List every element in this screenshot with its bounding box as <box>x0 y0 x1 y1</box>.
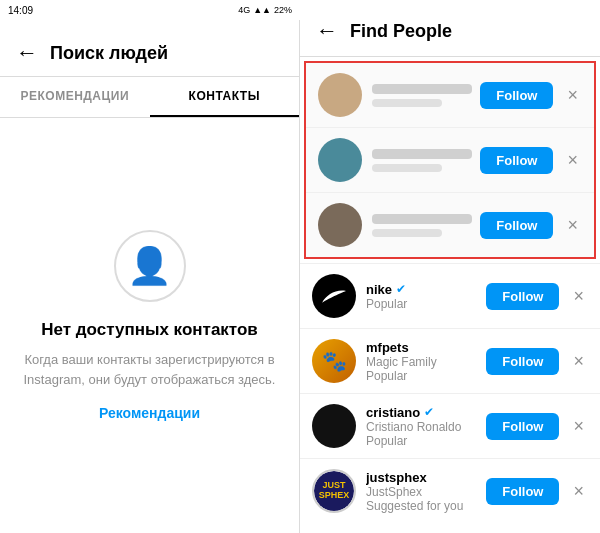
avatar <box>312 274 356 318</box>
user-name: justsphex <box>366 470 427 485</box>
list-item: Follow × <box>306 63 594 127</box>
back-button[interactable]: ← <box>16 40 38 66</box>
list-item: Follow × <box>306 127 594 192</box>
verified-icon: ✔ <box>396 282 406 296</box>
avatar <box>318 73 362 117</box>
close-button[interactable]: × <box>563 215 582 236</box>
list-item: 🐾 mfpets Magic Family Popular Follow × <box>300 328 600 393</box>
user-info <box>372 149 470 172</box>
blurred-name <box>372 84 472 94</box>
status-time: 14:09 <box>8 5 33 16</box>
right-panel: ← Find People Follow × <box>300 0 600 533</box>
follow-button[interactable]: Follow <box>480 82 553 109</box>
list-item: cristiano ✔ Cristiano Ronaldo Popular Fo… <box>300 393 600 458</box>
user-sub-1: Cristiano Ronaldo <box>366 420 476 434</box>
close-button[interactable]: × <box>569 416 588 437</box>
highlighted-section: Follow × Follow × Follow <box>304 61 596 259</box>
tab-contacts[interactable]: КОНТАКТЫ <box>150 77 300 117</box>
list-item: JUSTSPHEX justsphex JustSphex Suggested … <box>300 458 600 523</box>
empty-avatar: 👤 <box>114 230 186 302</box>
follow-button[interactable]: Follow <box>486 283 559 310</box>
user-info: nike ✔ Popular <box>366 282 476 311</box>
tab-recommendations[interactable]: РЕКОМЕНДАЦИИ <box>0 77 150 117</box>
left-panel-title: Поиск людей <box>50 43 168 64</box>
right-back-button[interactable]: ← <box>316 18 338 44</box>
avatar: 🐾 <box>312 339 356 383</box>
person-icon: 👤 <box>127 245 172 287</box>
blurred-sub <box>372 229 442 237</box>
follow-button[interactable]: Follow <box>480 147 553 174</box>
avatar <box>312 404 356 448</box>
user-sub-2: Popular <box>366 434 476 448</box>
user-sub-1: JustSphex <box>366 485 476 499</box>
follow-button[interactable]: Follow <box>486 413 559 440</box>
avatar <box>318 138 362 182</box>
list-item: nike ✔ Popular Follow × <box>300 263 600 328</box>
list-item: Follow × <box>306 192 594 257</box>
follow-button[interactable]: Follow <box>480 212 553 239</box>
user-info: justsphex JustSphex Suggested for you <box>366 470 476 513</box>
close-button[interactable]: × <box>569 351 588 372</box>
status-bar: 14:09 4G ▲▲ 22% <box>0 0 300 20</box>
no-contacts-desc: Когда ваши контакты зарегистрируются в I… <box>20 350 279 389</box>
user-name: nike <box>366 282 392 297</box>
blurred-sub <box>372 164 442 172</box>
user-sub-2: Popular <box>366 369 476 383</box>
user-info <box>372 84 470 107</box>
follow-button[interactable]: Follow <box>486 478 559 505</box>
close-button[interactable]: × <box>563 85 582 106</box>
avatar <box>318 203 362 247</box>
follow-button[interactable]: Follow <box>486 348 559 375</box>
blurred-sub <box>372 99 442 107</box>
nike-logo <box>312 274 356 318</box>
user-name: cristiano <box>366 405 420 420</box>
signal-icon: ▲▲ <box>253 5 271 15</box>
user-info: cristiano ✔ Cristiano Ronaldo Popular <box>366 405 476 448</box>
network-icon: 4G <box>238 5 250 15</box>
verified-icon: ✔ <box>424 405 434 419</box>
user-sub: Popular <box>366 297 476 311</box>
user-info <box>372 214 470 237</box>
empty-state: 👤 Нет доступных контактов Когда ваши кон… <box>0 118 299 533</box>
left-panel: 14:09 4G ▲▲ 22% ← Поиск людей РЕКОМЕНДАЦ… <box>0 0 300 533</box>
right-header: ← Find People <box>300 0 600 57</box>
close-button[interactable]: × <box>563 150 582 171</box>
tabs-container: РЕКОМЕНДАЦИИ КОНТАКТЫ <box>0 77 299 118</box>
user-sub-1: Magic Family <box>366 355 476 369</box>
close-button[interactable]: × <box>569 481 588 502</box>
user-sub-2: Suggested for you <box>366 499 476 513</box>
no-contacts-title: Нет доступных контактов <box>41 320 258 340</box>
blurred-name <box>372 214 472 224</box>
user-info: mfpets Magic Family Popular <box>366 340 476 383</box>
right-panel-title: Find People <box>350 21 452 42</box>
close-button[interactable]: × <box>569 286 588 307</box>
battery-icon: 22% <box>274 5 292 15</box>
blurred-name <box>372 149 472 159</box>
avatar: JUSTSPHEX <box>312 469 356 513</box>
user-name: mfpets <box>366 340 409 355</box>
suggestions-list: Follow × Follow × Follow <box>300 57 600 533</box>
recommendations-link[interactable]: Рекомендации <box>99 405 200 421</box>
left-header: ← Поиск людей <box>0 20 299 77</box>
